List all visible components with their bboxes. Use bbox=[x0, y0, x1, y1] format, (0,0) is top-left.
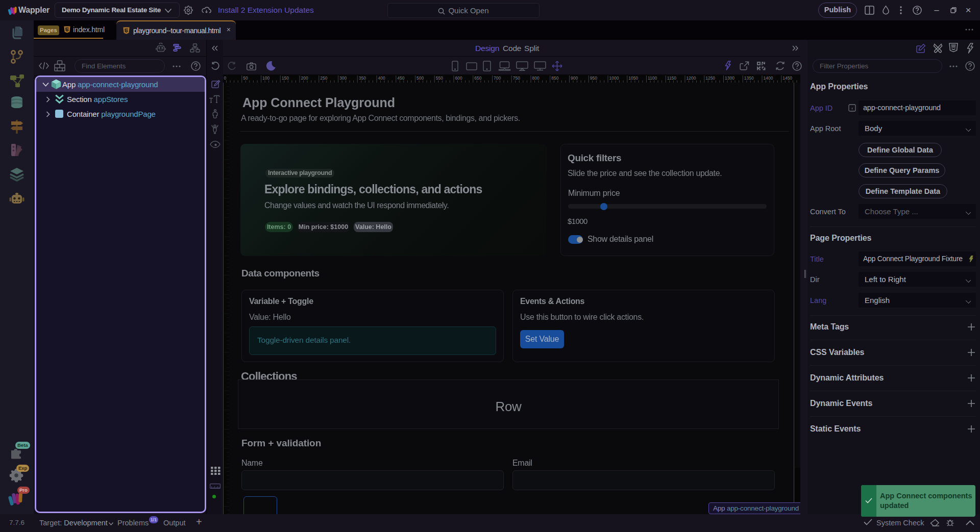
svg-text:950: 950 bbox=[590, 75, 597, 81]
svg-text:0: 0 bbox=[224, 75, 227, 81]
svg-text:50: 50 bbox=[243, 75, 248, 81]
svg-text:550: 550 bbox=[436, 75, 443, 81]
svg-text:700: 700 bbox=[494, 75, 501, 81]
svg-text:400: 400 bbox=[378, 75, 385, 81]
svg-text:500: 500 bbox=[416, 75, 424, 81]
svg-text:450: 450 bbox=[397, 75, 404, 81]
svg-text:100: 100 bbox=[262, 75, 270, 81]
svg-text:1300: 1300 bbox=[725, 75, 734, 81]
svg-text:850: 850 bbox=[551, 75, 558, 81]
svg-text:600: 600 bbox=[455, 75, 462, 81]
svg-text:350: 350 bbox=[359, 75, 366, 81]
svg-text:300: 300 bbox=[339, 75, 347, 81]
svg-text:1250: 1250 bbox=[705, 75, 715, 81]
svg-text:800: 800 bbox=[532, 75, 540, 81]
svg-text:1450: 1450 bbox=[782, 75, 792, 81]
svg-text:1150: 1150 bbox=[667, 75, 677, 81]
svg-text:750: 750 bbox=[513, 75, 520, 81]
svg-text:1000: 1000 bbox=[609, 75, 619, 81]
svg-text:200: 200 bbox=[301, 75, 308, 81]
svg-text:1400: 1400 bbox=[764, 75, 773, 81]
svg-text:1100: 1100 bbox=[648, 75, 657, 81]
svg-text:1200: 1200 bbox=[687, 75, 696, 81]
svg-text:1050: 1050 bbox=[628, 75, 638, 81]
svg-text:650: 650 bbox=[474, 75, 481, 81]
svg-text:250: 250 bbox=[320, 75, 327, 81]
svg-text:1350: 1350 bbox=[744, 75, 754, 81]
svg-text:150: 150 bbox=[282, 75, 289, 81]
svg-text:900: 900 bbox=[571, 75, 578, 81]
